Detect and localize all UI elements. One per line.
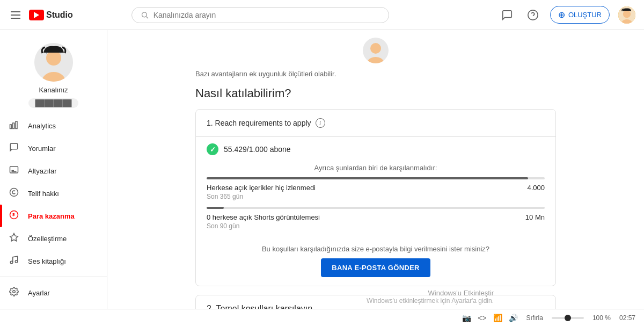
telif-label: Telif hakkı — [28, 190, 59, 198]
help-icon[interactable] — [524, 6, 541, 24]
sifirla-label[interactable]: Sıfırla — [526, 314, 543, 322]
progress-bar-fill-1 — [207, 177, 528, 179]
progress-sub-1: Son 365 gün — [207, 193, 316, 200]
card-temel-header: 2. Temel koşulları karşılayın — [196, 295, 555, 309]
subscriber-check-text: 55.429/1.000 abone — [224, 145, 291, 154]
search-icon — [141, 11, 149, 19]
card-temel-title: 2. Temel koşulları karşılayın — [207, 304, 312, 309]
sidebar-item-para[interactable]: $ Para kazanma — [0, 205, 107, 227]
svg-point-23 — [13, 291, 16, 293]
studio-label: Studio — [46, 10, 73, 20]
menu-button[interactable] — [9, 9, 23, 21]
ayarlar-icon — [9, 287, 19, 299]
para-icon: $ — [9, 210, 19, 222]
user-avatar[interactable] — [618, 6, 635, 24]
card-temel: 2. Temel koşulları karşılayın 2-Step Ver… — [195, 295, 556, 309]
progress-rows: Herkese açık içerikler hiç izlenmedi Son… — [196, 177, 555, 238]
progress-bar-fill-2 — [207, 207, 224, 209]
partial-top — [195, 30, 556, 66]
sidebar-item-telif[interactable]: Telif hakkı — [0, 182, 107, 205]
progress-label-group-2: 0 herkese açık Shorts görüntülemesi Son … — [207, 213, 320, 230]
content-inner: Bazı avantajların ek uygunluk ölçütleri … — [182, 30, 569, 309]
youtube-icon — [29, 10, 44, 20]
svg-point-5 — [623, 10, 631, 18]
topbar: Studio ⊕ OLUŞTUR — [0, 0, 644, 30]
bottombar: 📷 <> 📶 🔊 Sıfırla 100 % 02:57 — [0, 309, 644, 326]
progress-info-2: 0 herkese açık Shorts görüntülemesi Son … — [207, 213, 545, 230]
svg-text:$: $ — [12, 212, 15, 217]
svg-line-1 — [147, 16, 148, 18]
create-label: OLUŞTUR — [568, 11, 602, 19]
card-reach-info-icon[interactable]: i — [316, 118, 325, 128]
analytics-label: Analytics — [28, 122, 56, 130]
progress-bar-bg-2 — [207, 207, 545, 209]
svg-rect-12 — [16, 121, 17, 129]
svg-point-0 — [142, 12, 147, 17]
search-input[interactable] — [153, 11, 380, 19]
wifi-icon[interactable]: 📶 — [493, 314, 502, 322]
camera-icon[interactable]: 📷 — [462, 314, 471, 322]
altyazilar-icon — [9, 165, 19, 177]
progress-label-group-1: Herkese açık içerikler hiç izlenmedi Son… — [207, 184, 316, 200]
card-reach: 1. Reach requirements to apply i 55.429/… — [195, 109, 556, 286]
email-section: Bu koşulları karşıladığınızda size e-pos… — [196, 238, 555, 286]
comments-icon[interactable] — [499, 6, 516, 24]
para-label: Para kazanma — [28, 212, 75, 220]
also-text: Ayrıca şunlardan biri de karşılanmalıdır… — [196, 162, 555, 177]
progress-label-1: Herkese açık içerikler hiç izlenmedi — [207, 184, 316, 192]
telif-icon — [9, 187, 19, 199]
progress-label-2: 0 herkese açık Shorts görüntülemesi — [207, 213, 320, 221]
channel-avatar[interactable] — [34, 43, 73, 82]
sidebar-item-yorumlar[interactable]: Yorumlar — [0, 137, 107, 160]
volume-icon[interactable]: 🔊 — [509, 314, 518, 322]
progress-row-2: 0 herkese açık Shorts görüntülemesi Son … — [207, 207, 545, 230]
subscriber-check-row: 55.429/1.000 abone — [196, 137, 555, 162]
svg-point-16 — [10, 189, 18, 197]
yt-logo: Studio — [29, 10, 73, 20]
subscriber-check-icon — [207, 143, 218, 155]
sidebar-item-geri[interactable]: Geri bildirim gönder — [0, 304, 107, 309]
card-reach-title: 1. Reach requirements to apply — [207, 119, 311, 127]
ozellestirme-label: Özelleştirme — [28, 235, 67, 243]
progress-sub-2: Son 90 gün — [207, 222, 320, 230]
sidebar-item-analytics[interactable]: Analytics — [0, 114, 107, 137]
sidebar-item-ayarlar[interactable]: Ayarlar — [0, 281, 107, 304]
topbar-left: Studio — [9, 9, 73, 21]
ayarlar-label: Ayarlar — [28, 289, 50, 297]
section-title: Nasıl katılabilirim? — [195, 86, 556, 100]
progress-value-1: 4.000 — [527, 184, 545, 192]
main-layout: Kanalınız ████████ Analytics Yorumlar — [0, 30, 644, 309]
svg-point-2 — [528, 10, 538, 19]
create-button[interactable]: ⊕ OLUŞTUR — [550, 6, 610, 24]
topbar-right: ⊕ OLUŞTUR — [499, 6, 635, 24]
zoom-slider[interactable] — [552, 317, 584, 319]
ses-icon — [9, 255, 19, 267]
yorumlar-icon — [9, 142, 19, 154]
card-reach-header: 1. Reach requirements to apply i — [196, 110, 555, 137]
svg-point-8 — [46, 50, 61, 66]
sidebar-item-ozellestirme[interactable]: Özelleştirme — [0, 227, 107, 250]
svg-rect-10 — [10, 125, 12, 129]
nav-divider — [0, 277, 107, 277]
ozellestirme-icon — [9, 233, 19, 244]
email-button[interactable]: BANA E-POSTA GÖNDER — [321, 258, 430, 277]
subtitle-text: Bazı avantajların ek uygunluk ölçütleri … — [195, 70, 556, 78]
email-question: Bu koşulları karşıladığınızda size e-pos… — [262, 245, 489, 253]
content-area: Bazı avantajların ek uygunluk ölçütleri … — [107, 30, 644, 309]
ses-label: Ses kitaplığı — [28, 257, 66, 265]
progress-row-1: Herkese açık içerikler hiç izlenmedi Son… — [207, 177, 545, 200]
code-icon[interactable]: <> — [478, 314, 486, 322]
progress-bar-bg-1 — [207, 177, 545, 179]
sidebar-item-ses[interactable]: Ses kitaplığı — [0, 250, 107, 272]
svg-rect-11 — [13, 123, 14, 129]
svg-point-21 — [10, 261, 13, 264]
analytics-icon — [9, 120, 19, 132]
channel-name: Kanalınız — [39, 86, 68, 94]
sidebar-item-altyazilar[interactable]: Altyazılar — [0, 160, 107, 182]
channel-link-text: ████████ — [35, 99, 71, 107]
time-display: 02:57 — [619, 314, 635, 322]
search-bar[interactable] — [131, 7, 389, 23]
yorumlar-label: Yorumlar — [28, 144, 56, 153]
bottombar-icons: 📷 <> 📶 🔊 — [462, 314, 517, 322]
channel-link[interactable]: ████████ — [28, 98, 78, 108]
